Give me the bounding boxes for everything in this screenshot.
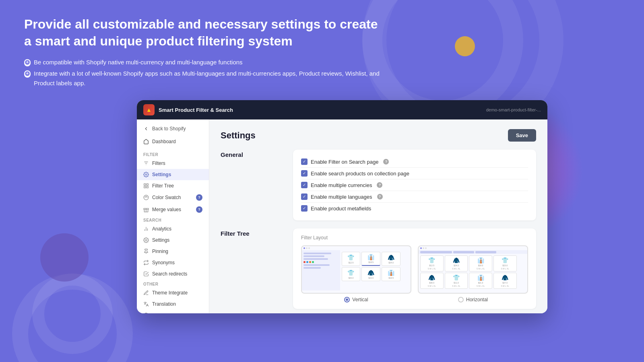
- size-h4: S M L XL: [501, 267, 509, 270]
- checkbox-enable-multi-currency[interactable]: ✓ Enable multiple currencies ?: [301, 179, 528, 191]
- app-logo: ▲: [143, 104, 155, 115]
- shirt-icon-h2: 🧥: [453, 257, 460, 263]
- shirt-icon-h4: 👕: [502, 257, 508, 263]
- feature-list: + Be compatible with Shopify native mult…: [24, 58, 620, 88]
- filter-tree-label: Filter Tree: [221, 228, 285, 309]
- search-settings-icon: [143, 237, 149, 243]
- checkbox-enable-metafields[interactable]: ✓ Enable product metafields: [301, 202, 528, 214]
- layout-preview-horizontal: 👕 $12.5 S M L XL 🧥 $24.0 S M L X: [418, 245, 528, 294]
- layout-radio-vertical[interactable]: Vertical: [344, 297, 368, 302]
- pin-icon: [143, 249, 149, 254]
- checkbox-label-1: Enable Filter on Search page: [311, 159, 378, 165]
- checkbox-label-4: Enable multiple languages: [311, 194, 372, 200]
- product-card-h8: 🧥 $27.0 S M L XL: [493, 273, 517, 289]
- layout-icon: [143, 183, 149, 189]
- help-icon-3[interactable]: ?: [377, 194, 383, 200]
- layout-option-horizontal[interactable]: 👕 $12.5 S M L XL 🧥 $24.0 S M L X: [418, 245, 528, 302]
- preview-main-v: 👕 $12.5 👔 $18.5: [340, 250, 411, 290]
- product-card-h1: 👕 $12.5 S M L XL: [420, 255, 444, 272]
- price-v4: $15.0: [349, 277, 354, 279]
- price-h6: $11.0: [454, 282, 459, 284]
- product-card-v3: 🧥 $24.0: [382, 252, 400, 266]
- sidebar-dashboard[interactable]: Dashboard: [137, 136, 209, 147]
- checkbox-label-3: Enable multiple currencies: [311, 182, 372, 188]
- plus-icon-2: +: [24, 70, 31, 77]
- sidebar-item-synonyms[interactable]: Synonyms: [137, 257, 209, 268]
- general-section: General ✓ Enable Filter on Search page ?…: [221, 150, 536, 220]
- app-window: ▲ Smart Product Filter & Search demo-sma…: [137, 100, 547, 313]
- shirt-icon-v1: 👕: [347, 254, 354, 261]
- synonyms-icon: [143, 260, 149, 265]
- page-headline: Provide all customizable and necessary s…: [24, 16, 386, 49]
- sidebar-back-button[interactable]: Back to Shopify: [137, 123, 209, 135]
- sidebar-item-filters[interactable]: Filters: [137, 158, 209, 169]
- filter-layout-label: Filter Layout: [301, 235, 528, 241]
- svg-point-3: [145, 174, 147, 175]
- sidebar-item-search-settings[interactable]: Settings: [137, 234, 209, 246]
- home-icon: [143, 139, 149, 144]
- sidebar-item-translation[interactable]: Translation: [137, 298, 209, 310]
- sidebar-item-merge-values[interactable]: Merge values ?: [137, 204, 209, 216]
- svg-point-10: [146, 196, 146, 197]
- layout-vertical-label: Vertical: [352, 297, 368, 302]
- preview-top-bar-h: [419, 250, 527, 254]
- svg-rect-4: [144, 184, 146, 185]
- radio-horizontal: [458, 297, 464, 302]
- sidebar-item-theme-integrate[interactable]: Theme Integrate: [137, 287, 209, 298]
- product-card-v5: 🧥 $22.0: [361, 267, 380, 281]
- sidebar-item-product-layout[interactable]: Filter Tree: [137, 180, 209, 191]
- checkbox-label-5: Enable product metafields: [311, 206, 371, 212]
- shirt-icon-v4: 👕: [347, 269, 354, 276]
- preview-dot-v1: [303, 247, 305, 249]
- palette-icon: [143, 195, 149, 200]
- sidebar-analytics-label: Analytics: [152, 226, 171, 232]
- checkbox-enable-filter-search[interactable]: ✓ Enable Filter on Search page ?: [301, 156, 528, 167]
- preview-header-dots-h: [419, 246, 527, 250]
- layout-radio-horizontal[interactable]: Horizontal: [458, 297, 488, 302]
- sidebar-item-pricing[interactable]: Pricing: [137, 310, 209, 313]
- help-icon-2[interactable]: ?: [377, 182, 382, 188]
- dot-blue: [306, 261, 308, 263]
- product-card-v6: 👔 $19.5: [382, 267, 400, 281]
- filter-icon: [143, 160, 149, 166]
- bar-v3: [303, 258, 328, 260]
- help-icon-1[interactable]: ?: [383, 159, 389, 165]
- top-bar-item3: [475, 251, 496, 253]
- checkbox-icon-3: ✓: [301, 182, 308, 188]
- sidebar-item-search-redirects[interactable]: Search redirects: [137, 268, 209, 280]
- sidebar: Back to Shopify Dashboard FILTER: [137, 119, 209, 313]
- size-h1: S M L XL: [428, 267, 436, 270]
- settings-title: Settings: [221, 130, 256, 141]
- sidebar-item-color-swatch[interactable]: Color Swatch ?: [137, 191, 209, 204]
- sidebar-product-layout-label: Filter Tree: [152, 183, 174, 189]
- sidebar-item-analytics[interactable]: Analytics: [137, 223, 209, 234]
- svg-point-11: [147, 197, 147, 197]
- price-h4: $15.0: [502, 264, 508, 267]
- layout-preview-vertical: 👕 $12.5 👔 $18.5: [301, 245, 411, 294]
- checkbox-enable-multi-language[interactable]: ✓ Enable multiple languages ?: [301, 191, 528, 202]
- preview-header-dots-v: [302, 246, 411, 250]
- save-button[interactable]: Save: [508, 129, 536, 142]
- general-section-content: ✓ Enable Filter on Search page ? ✓ Enabl…: [293, 150, 536, 220]
- redirect-icon: [143, 271, 149, 277]
- feature-item-2: + Integrate with a lot of well-known Sho…: [24, 69, 386, 88]
- dot-red: [303, 261, 305, 263]
- checkbox-icon-1: ✓: [301, 158, 308, 165]
- sidebar-item-settings[interactable]: Settings: [137, 169, 209, 180]
- color-swatch-badge: ?: [196, 194, 202, 201]
- vertical-layout-body: 👕 $12.5 👔 $18.5: [302, 250, 411, 290]
- svg-point-8: [144, 195, 149, 200]
- svg-point-17: [145, 239, 147, 241]
- svg-point-9: [145, 197, 145, 197]
- shirt-icon-h7: 👔: [477, 274, 484, 281]
- layout-option-vertical[interactable]: 👕 $12.5 👔 $18.5: [301, 245, 411, 302]
- bar-v1: [303, 253, 331, 254]
- pricing-icon: [143, 313, 149, 313]
- arrow-left-icon: [143, 126, 149, 132]
- sidebar-item-pinning[interactable]: Pinning: [137, 246, 209, 257]
- sidebar-merge-values-label: Merge values: [152, 207, 181, 212]
- dot-green: [312, 261, 314, 263]
- checkbox-enable-search-collection[interactable]: ✓ Enable search products on collection p…: [301, 167, 528, 179]
- layout-horizontal-label: Horizontal: [466, 297, 488, 302]
- dashboard-label: Dashboard: [152, 139, 176, 144]
